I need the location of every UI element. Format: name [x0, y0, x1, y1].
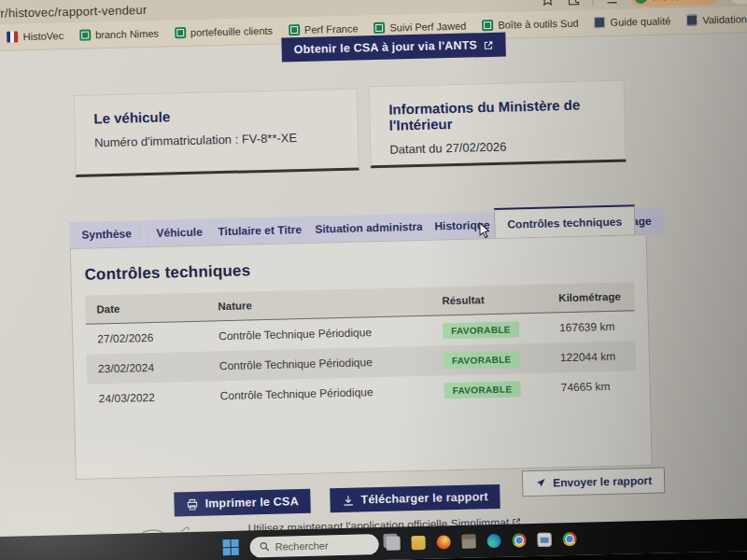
screen: fr/histovec/rapport-vendeur Professionne… — [0, 0, 747, 560]
french-flag-icon — [7, 31, 19, 42]
cell-date: 27/02/2026 — [86, 329, 207, 345]
bookmark-perf-france[interactable]: Perf France — [289, 22, 359, 35]
bookmark-validations-qualite[interactable]: Validations Qualité... — [686, 12, 747, 26]
bookmark-boite-a-outils[interactable]: Boîte à outils Sud — [482, 18, 578, 32]
mail-app-icon[interactable] — [537, 533, 551, 547]
sheets-icon — [79, 29, 91, 40]
bookmark-portefeuille-clients[interactable]: portefeuille clients — [175, 25, 273, 39]
send-icon — [535, 478, 546, 489]
sheets-icon — [175, 27, 186, 38]
file-explorer-icon[interactable] — [411, 536, 425, 550]
task-view-icon[interactable] — [386, 537, 400, 551]
send-report-button[interactable]: Envoyer le rapport — [522, 468, 666, 497]
status-badge: FAVORABLE — [443, 321, 519, 339]
chrome-2-icon[interactable] — [562, 532, 576, 546]
vehicle-card: Le véhicule Numéro d'immatriculation : F… — [74, 88, 359, 176]
sheets-icon — [482, 20, 493, 31]
bookmark-branch-nimes[interactable]: branch Nimes — [79, 28, 159, 41]
downloads-icon[interactable] — [604, 0, 619, 6]
cell-km: 74665 km — [549, 379, 636, 394]
status-badge: FAVORABLE — [444, 381, 520, 399]
firefox-icon[interactable] — [436, 535, 450, 549]
download-report-button[interactable]: Télécharger le rapport — [330, 484, 500, 512]
chrome-separator — [592, 0, 593, 6]
printer-icon — [186, 497, 198, 510]
browser-profile-chip[interactable]: Professionnel — [630, 0, 719, 7]
section-title: Contrôles techniques — [84, 252, 646, 285]
cell-nature: Contrôle Technique Périodique — [208, 355, 432, 373]
download-icon — [342, 494, 354, 506]
sheets-icon — [289, 24, 300, 35]
ministry-card-date: Datant du 27/02/2026 — [389, 137, 606, 157]
header-date: Date — [85, 301, 206, 315]
edge-icon[interactable] — [486, 534, 500, 548]
status-badge: FAVORABLE — [444, 351, 520, 369]
bookmark-histovec[interactable]: HistoVec — [7, 30, 64, 42]
tab-synthese[interactable]: Synthèse — [69, 220, 144, 248]
header-kilometrage: Kilométrage — [547, 290, 634, 303]
inspections-table: Date Nature Résultat Kilométrage 27/02/2… — [85, 282, 637, 413]
cell-nature: Contrôle Technique Périodique — [209, 385, 433, 403]
search-icon — [260, 541, 270, 552]
vehicle-card-title: Le véhicule — [93, 105, 338, 126]
address-bar[interactable]: fr/histovec/rapport-vendeur — [0, 3, 148, 21]
mouse-cursor-icon — [478, 221, 490, 239]
controles-techniques-panel: Contrôles techniques Date Nature Résulta… — [70, 234, 653, 480]
extension-icon[interactable] — [566, 0, 581, 7]
header-resultat: Résultat — [430, 293, 547, 307]
secondary-profile-chip[interactable]: No — [729, 0, 747, 4]
taskbar-icons — [383, 532, 576, 551]
histovec-page: Obtenir le CSA à jour via l'ANTS Le véhi… — [0, 31, 747, 505]
print-csa-button[interactable]: Imprimer le CSA — [174, 489, 311, 517]
cell-date: 23/02/2024 — [87, 359, 208, 375]
registration-number: Numéro d'immatriculation : FV-8**-XE — [94, 130, 339, 149]
profile-label: Professionnel — [653, 0, 710, 2]
cell-nature: Contrôle Technique Périodique — [207, 325, 431, 343]
taskbar-search-input[interactable]: Rechercher — [249, 534, 378, 557]
tab-titulaire-et-titre[interactable]: Titulaire et Titre — [205, 217, 314, 245]
grid-app-icon — [686, 15, 698, 26]
windows-start-icon[interactable] — [222, 539, 238, 555]
bookmark-star-icon[interactable] — [540, 0, 555, 7]
monitor-photo: fr/histovec/rapport-vendeur Professionne… — [0, 0, 747, 560]
ministry-card-title: Informations du Ministère de l'Intérieur — [388, 96, 606, 133]
grid-app-icon — [594, 17, 605, 28]
cell-km: 122044 km — [549, 349, 636, 364]
chrome-icon[interactable] — [512, 533, 526, 547]
bookmark-suivi-perf-jawed[interactable]: Suivi Perf Jawed — [374, 21, 466, 34]
profile-avatar — [634, 0, 647, 4]
bookmark-guide-qualite[interactable]: Guide qualité — [594, 15, 670, 28]
tab-vehicule[interactable]: Véhicule — [144, 218, 215, 246]
sheets-icon — [374, 22, 385, 34]
header-nature: Nature — [206, 296, 430, 313]
cell-km: 167639 km — [548, 319, 635, 334]
ministry-card: Informations du Ministère de l'Intérieur… — [369, 80, 627, 169]
external-link-icon — [484, 39, 494, 49]
archive-app-icon[interactable] — [461, 535, 475, 549]
tab-controles-techniques[interactable]: Contrôles techniques — [494, 204, 635, 238]
cell-date: 24/03/2022 — [88, 389, 209, 405]
ants-csa-button[interactable]: Obtenir le CSA à jour via l'ANTS — [281, 33, 506, 63]
